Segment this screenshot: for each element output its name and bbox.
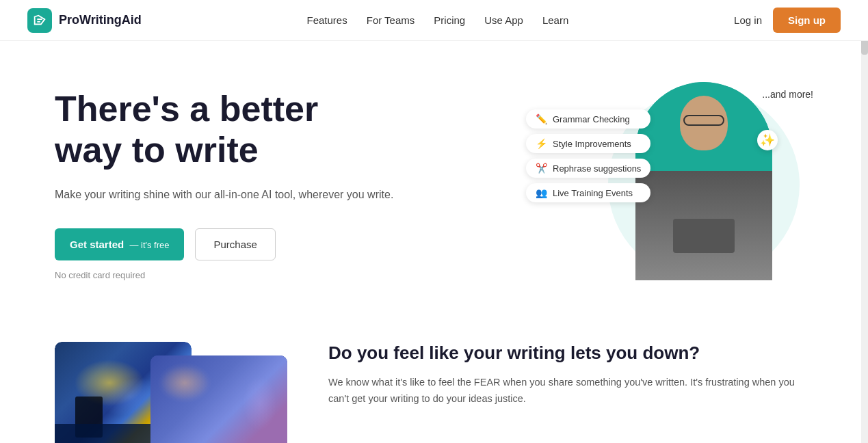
login-button[interactable]: Log in <box>734 14 762 26</box>
lower-image-area: My idea in my head <box>55 342 287 443</box>
hero-title-line1: There's a better <box>55 89 318 129</box>
lower-description: We know what it's like to feel the FEAR … <box>328 375 813 407</box>
training-icon: 👥 <box>536 187 547 198</box>
get-started-suffix: — it's free <box>129 240 169 250</box>
pill-training: 👥 Live Training Events <box>526 183 650 202</box>
nav-pricing[interactable]: Pricing <box>434 14 465 26</box>
hero-section: There's a better way to write Make your … <box>0 41 868 314</box>
feature-pills: ✏️ Grammar Checking ⚡ Style Improvements… <box>526 109 650 202</box>
logo-svg <box>32 13 47 28</box>
style-icon: ⚡ <box>536 138 547 149</box>
hero-subtitle: Make your writing shine with our all-in-… <box>55 186 393 204</box>
lower-text: Do you feel like your writing lets you d… <box>328 342 813 407</box>
hero-left: There's a better way to write Make your … <box>55 89 393 280</box>
purchase-button[interactable]: Purchase <box>195 228 275 260</box>
overlay-card <box>150 355 287 443</box>
pill-style-label: Style Improvements <box>553 139 631 149</box>
no-credit-card-text: No credit card required <box>55 270 393 280</box>
pill-rephrase-label: Rephrase suggestions <box>553 163 641 174</box>
nav-teams[interactable]: For Teams <box>367 14 415 26</box>
get-started-button[interactable]: Get started — it's free <box>55 228 184 260</box>
nav-learn[interactable]: Learn <box>542 14 568 26</box>
sparkle-icon: ✨ <box>757 130 778 150</box>
rephrase-icon: ✂️ <box>536 163 547 174</box>
lower-title: Do you feel like your writing lets you d… <box>328 342 813 365</box>
get-started-label: Get started <box>70 239 124 250</box>
pill-grammar: ✏️ Grammar Checking <box>526 109 650 129</box>
logo-area[interactable]: ProWritingAid <box>27 8 142 33</box>
nav-auth: Log in Sign up <box>734 8 841 33</box>
scrollbar[interactable] <box>861 0 868 443</box>
pill-rephrase: ✂️ Rephrase suggestions <box>526 159 650 178</box>
overlay-swirl <box>150 355 287 443</box>
hero-title-line2: way to write <box>55 130 259 170</box>
pill-grammar-label: Grammar Checking <box>553 114 630 124</box>
hero-person-image <box>635 82 772 280</box>
hero-buttons: Get started — it's free Purchase <box>55 228 393 260</box>
grammar-icon: ✏️ <box>536 113 547 124</box>
pill-style: ⚡ Style Improvements <box>526 134 650 153</box>
nav-features[interactable]: Features <box>307 14 347 26</box>
more-label: ...and more! <box>762 89 813 100</box>
brand-name: ProWritingAid <box>59 13 142 27</box>
signup-button[interactable]: Sign up <box>773 8 841 33</box>
lower-section: My idea in my head Do you feel like your… <box>0 314 868 443</box>
nav-use-app[interactable]: Use App <box>484 14 523 26</box>
pill-training-label: Live Training Events <box>553 188 633 198</box>
logo-icon <box>27 8 52 33</box>
navbar: ProWritingAid Features For Teams Pricing… <box>0 0 868 41</box>
hero-right: ✨ ...and more! ✏️ Grammar Checking ⚡ Sty… <box>526 82 813 287</box>
nav-links: Features For Teams Pricing Use App Learn <box>307 14 569 26</box>
hero-title: There's a better way to write <box>55 89 393 171</box>
